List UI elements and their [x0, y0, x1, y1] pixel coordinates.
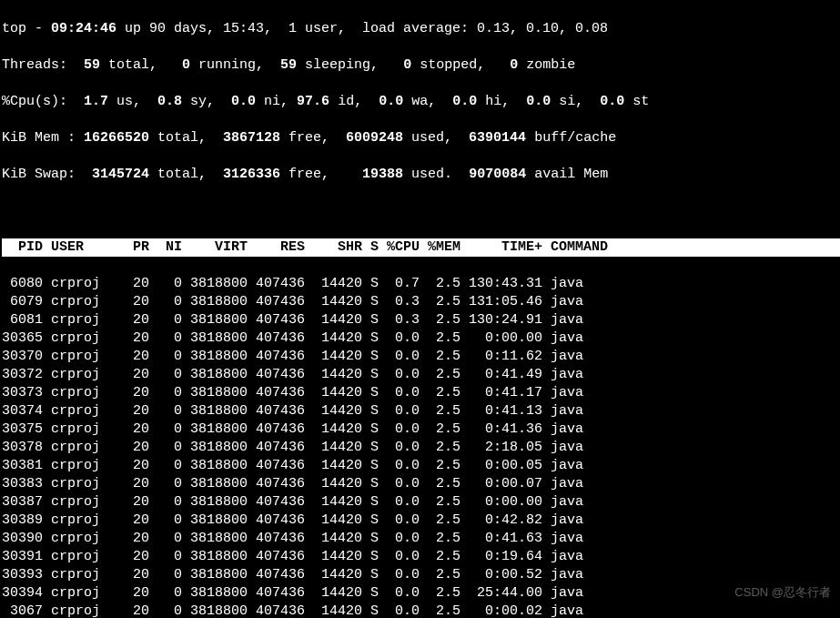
process-row: 30370 crproj 20 0 3818800 407436 14420 S… [2, 348, 838, 366]
process-row: 30378 crproj 20 0 3818800 407436 14420 S… [2, 439, 838, 457]
process-table-body: 6080 crproj 20 0 3818800 407436 14420 S … [2, 275, 838, 618]
summary-line-cpu: %Cpu(s): 1.7 us, 0.8 sy, 0.0 ni, 97.6 id… [2, 93, 838, 111]
blank-line [2, 202, 838, 220]
process-row: 30394 crproj 20 0 3818800 407436 14420 S… [2, 584, 838, 603]
summary-line-threads: Threads: 59 total, 0 running, 59 sleepin… [2, 56, 838, 75]
process-row: 30393 crproj 20 0 3818800 407436 14420 S… [2, 566, 838, 584]
process-row: 30391 crproj 20 0 3818800 407436 14420 S… [2, 548, 838, 566]
summary-line-swap: KiB Swap: 3145724 total, 3126336 free, 1… [2, 166, 838, 184]
process-row: 30390 crproj 20 0 3818800 407436 14420 S… [2, 530, 838, 548]
process-row: 6079 crproj 20 0 3818800 407436 14420 S … [2, 293, 838, 311]
process-row: 30383 crproj 20 0 3818800 407436 14420 S… [2, 475, 838, 493]
process-row: 30372 crproj 20 0 3818800 407436 14420 S… [2, 366, 838, 384]
terminal-output[interactable]: top - 09:24:46 up 90 days, 15:43, 1 user… [2, 2, 838, 618]
process-row: 30374 crproj 20 0 3818800 407436 14420 S… [2, 402, 838, 420]
process-row: 30381 crproj 20 0 3818800 407436 14420 S… [2, 457, 838, 475]
summary-line-uptime: top - 09:24:46 up 90 days, 15:43, 1 user… [2, 20, 838, 38]
watermark-text: CSDN @忍冬行者 [734, 583, 831, 602]
process-row: 30387 crproj 20 0 3818800 407436 14420 S… [2, 493, 838, 512]
process-row: 30373 crproj 20 0 3818800 407436 14420 S… [2, 384, 838, 402]
process-row: 6081 crproj 20 0 3818800 407436 14420 S … [2, 311, 838, 329]
process-row: 3067 crproj 20 0 3818800 407436 14420 S … [2, 603, 838, 618]
summary-line-mem: KiB Mem : 16266520 total, 3867128 free, … [2, 129, 838, 147]
process-row: 6080 crproj 20 0 3818800 407436 14420 S … [2, 275, 838, 293]
process-row: 30365 crproj 20 0 3818800 407436 14420 S… [2, 329, 838, 348]
process-row: 30389 crproj 20 0 3818800 407436 14420 S… [2, 512, 838, 530]
column-header-row: PID USER PR NI VIRT RES SHR S %CPU %MEM … [2, 238, 838, 257]
process-row: 30375 crproj 20 0 3818800 407436 14420 S… [2, 420, 838, 439]
